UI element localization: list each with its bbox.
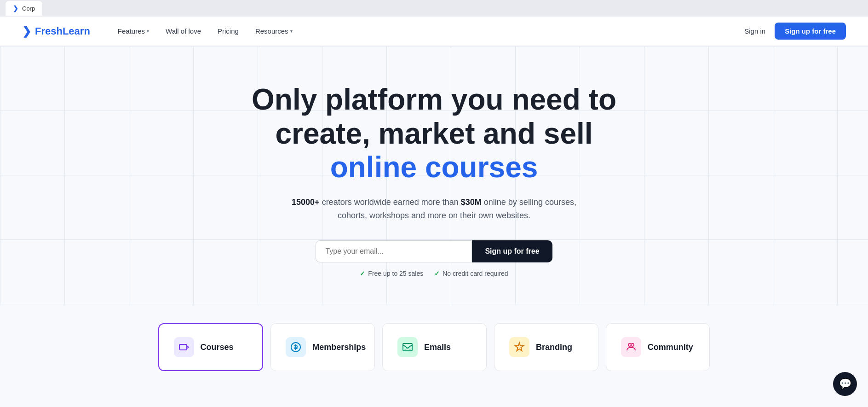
logo-icon: ❯: [22, 25, 31, 38]
logo-text: FreshLearn: [35, 25, 90, 37]
trust-badges: ✓ Free up to 25 sales ✓ No credit card r…: [9, 270, 859, 277]
chat-icon: 💬: [839, 378, 851, 390]
hero-subtitle: 15000+ creators worldwide earned more th…: [287, 196, 581, 222]
feature-label-courses: Courses: [201, 343, 234, 352]
browser-tab-bar: ❯ Corp: [0, 0, 868, 17]
logo[interactable]: ❯ FreshLearn: [22, 25, 90, 38]
nav-pricing[interactable]: Pricing: [218, 27, 239, 35]
feature-label-memberships: Memberships: [312, 343, 366, 352]
svg-point-5: [631, 343, 634, 346]
features-section: Courses Memberships Emails: [0, 305, 868, 390]
memberships-icon: [286, 337, 306, 357]
feature-card-emails[interactable]: Emails: [382, 323, 487, 371]
trust-badge-no-card: ✓ No credit card required: [434, 270, 508, 277]
features-grid: Courses Memberships Emails: [158, 323, 710, 371]
feature-card-branding[interactable]: Branding: [494, 323, 598, 371]
features-chevron-icon: ▾: [147, 29, 149, 34]
hero-highlight: online courses: [330, 151, 538, 184]
chat-button[interactable]: 💬: [833, 372, 857, 396]
check-icon-card: ✓: [434, 270, 440, 277]
feature-card-memberships[interactable]: Memberships: [270, 323, 375, 371]
email-form: Sign up for free: [9, 240, 859, 262]
branding-icon: [509, 337, 529, 357]
trust-badge-free-text: Free up to 25 sales: [368, 270, 423, 277]
emails-icon: [397, 337, 418, 357]
svg-rect-0: [179, 344, 187, 350]
trust-badge-free: ✓ Free up to 25 sales: [360, 270, 423, 277]
tab-label: Corp: [22, 5, 35, 12]
hero-title: Only platform you need to create, market…: [246, 83, 623, 185]
navbar: ❯ FreshLearn Features ▾ Wall of love Pri…: [0, 17, 868, 46]
signup-button[interactable]: Sign up for free: [775, 23, 846, 40]
check-icon-free: ✓: [360, 270, 365, 277]
hero-section: Only platform you need to create, market…: [0, 46, 868, 305]
nav-actions: Sign in Sign up for free: [744, 23, 846, 40]
courses-icon: [174, 337, 194, 357]
browser-tab[interactable]: ❯ Corp: [6, 1, 42, 16]
feature-label-community: Community: [648, 343, 693, 352]
signin-button[interactable]: Sign in: [744, 27, 765, 35]
svg-marker-1: [187, 346, 189, 349]
feature-card-community[interactable]: Community: [606, 323, 710, 371]
tab-favicon: ❯: [13, 5, 18, 12]
svg-rect-3: [403, 343, 412, 351]
form-signup-button[interactable]: Sign up for free: [472, 240, 552, 262]
resources-chevron-icon: ▾: [290, 29, 293, 34]
feature-label-emails: Emails: [424, 343, 451, 352]
nav-links: Features ▾ Wall of love Pricing Resource…: [118, 27, 744, 35]
nav-wall-of-love[interactable]: Wall of love: [166, 27, 201, 35]
email-input[interactable]: [316, 240, 472, 262]
nav-features[interactable]: Features ▾: [118, 27, 149, 35]
nav-resources[interactable]: Resources ▾: [255, 27, 293, 35]
trust-badge-no-card-text: No credit card required: [443, 270, 508, 277]
feature-card-courses[interactable]: Courses: [158, 323, 264, 371]
community-icon: [621, 337, 641, 357]
feature-label-branding: Branding: [536, 343, 572, 352]
